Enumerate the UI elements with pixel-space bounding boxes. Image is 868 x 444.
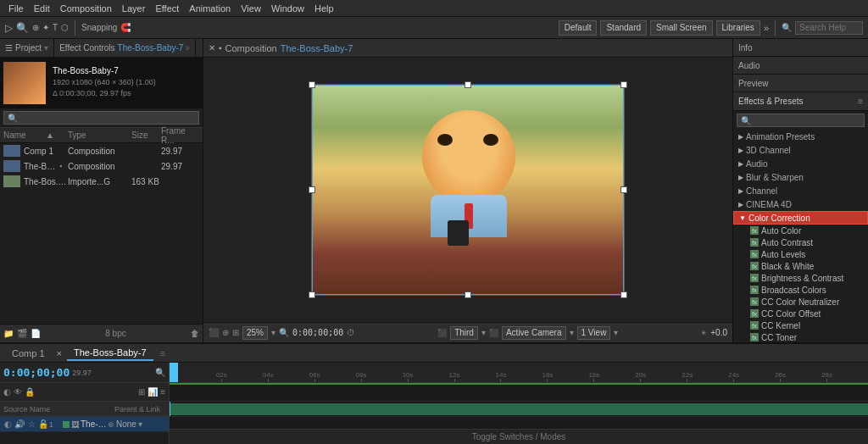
layer-vis-audio[interactable]: 🔊 bbox=[14, 419, 25, 430]
expand-workspaces-icon[interactable]: » bbox=[764, 23, 769, 33]
tl-btn-lock[interactable]: 🔒 bbox=[25, 387, 35, 397]
boss-tab[interactable]: The-Boss-Baby-7 bbox=[67, 346, 153, 361]
composition-viewer[interactable] bbox=[203, 58, 732, 322]
parent-dropdown[interactable]: ▾ bbox=[138, 419, 142, 429]
zoom-dropdown[interactable]: ▾ bbox=[271, 328, 275, 337]
exposure-icon: ☀ bbox=[700, 329, 707, 337]
audio-header[interactable]: Audio bbox=[733, 57, 868, 74]
tl-btn-eye[interactable]: 👁 bbox=[14, 387, 22, 397]
menu-composition[interactable]: Composition bbox=[55, 0, 117, 16]
toggle-switches[interactable]: Toggle Switches / Modes bbox=[170, 429, 868, 444]
playhead-marker[interactable] bbox=[170, 363, 178, 382]
channel-header[interactable]: ▶ Channel bbox=[733, 184, 868, 197]
delete-icon[interactable]: 🗑 bbox=[191, 329, 199, 338]
tl-btn-graph[interactable]: 📊 bbox=[147, 387, 158, 397]
close-icon[interactable]: ✕ bbox=[209, 43, 215, 53]
item-icon-boss7: ▪ bbox=[59, 162, 68, 170]
timecode-icon[interactable]: ⏱ bbox=[347, 328, 355, 337]
handle-top-right[interactable] bbox=[620, 81, 627, 88]
timeline-timecode[interactable]: 0:00;00;00 bbox=[3, 366, 70, 379]
menu-file[interactable]: File bbox=[3, 0, 29, 16]
snapping-icon[interactable]: 🧲 bbox=[120, 23, 131, 32]
effect-cc-kernel[interactable]: fx CC Kernel bbox=[733, 319, 868, 331]
preview-header[interactable]: Preview bbox=[733, 75, 868, 92]
tl-btn-more[interactable]: ≡ bbox=[160, 387, 165, 397]
fx-icon-broadcast: fx bbox=[750, 286, 759, 294]
new-folder-icon[interactable]: 📁 bbox=[3, 329, 14, 338]
menu-edit[interactable]: Edit bbox=[29, 0, 55, 16]
handle-bottom-left[interactable] bbox=[309, 291, 315, 298]
handle-top-left[interactable] bbox=[309, 81, 315, 88]
cinema4d-header[interactable]: ▶ CINEMA 4D bbox=[733, 197, 868, 211]
zoom-select[interactable]: 25% bbox=[242, 326, 268, 340]
toolbar-icon-3: ⊕ bbox=[32, 23, 39, 32]
tl-btn-solo[interactable]: ◐ bbox=[3, 387, 11, 397]
layer-row-1[interactable]: ◐ 🔊 ☆ 🔓 1 🖼 The-Bos...by-7.jpg ⊛ None ▾ bbox=[0, 417, 169, 432]
project-item-comp1[interactable]: Comp 1 Composition 29.97 bbox=[0, 143, 203, 158]
tab-expand: ≡ bbox=[160, 348, 165, 358]
layer-solo[interactable]: ☆ bbox=[25, 419, 37, 430]
menu-view[interactable]: View bbox=[236, 0, 266, 16]
toolbar: ▷ 🔍 ⊕ ✦ T ⬡ Snapping 🧲 Default Standard … bbox=[0, 17, 868, 39]
menu-help[interactable]: Help bbox=[309, 0, 339, 16]
tl-search-icon[interactable]: 🔍 bbox=[155, 368, 165, 377]
color-correction-header[interactable]: ▼ Color Correction bbox=[733, 211, 868, 225]
menu-effect[interactable]: Effect bbox=[150, 0, 184, 16]
menu-animation[interactable]: Animation bbox=[184, 0, 236, 16]
info-header[interactable]: Info bbox=[733, 39, 868, 56]
camera-select[interactable]: Active Camera bbox=[502, 326, 566, 340]
effect-cc-toner[interactable]: fx CC Toner bbox=[733, 331, 868, 342]
handle-mid-right[interactable] bbox=[620, 186, 627, 193]
layer-lock[interactable]: 🔓 bbox=[37, 419, 49, 430]
effect-cc-neutralizer[interactable]: fx CC Color Neutralizer bbox=[733, 296, 868, 308]
workspace-standard[interactable]: Standard bbox=[600, 20, 647, 36]
menu-window[interactable]: Window bbox=[266, 0, 309, 16]
effect-auto-color[interactable]: fx Auto Color bbox=[733, 225, 868, 236]
animation-presets-header[interactable]: ▶ Animation Presets bbox=[733, 130, 868, 143]
effect-auto-contrast[interactable]: fx Auto Contrast bbox=[733, 236, 868, 248]
handle-bottom-right[interactable] bbox=[620, 291, 627, 298]
project-item-boss7[interactable]: The-Bos...by-7 ▪ Composition 29.97 bbox=[0, 158, 203, 174]
effect-cc-offset[interactable]: fx CC Color Offset bbox=[733, 308, 868, 319]
help-search-input[interactable] bbox=[795, 21, 863, 35]
workspace-libraries[interactable]: Libraries bbox=[716, 20, 760, 36]
layer-props-icon[interactable]: ⊛ bbox=[108, 420, 114, 429]
preview-thumbnail bbox=[3, 62, 46, 104]
fx-icon-auto-color: fx bbox=[750, 226, 759, 235]
layer-controls-bar: ◐ 👁 🔒 ⊞ 📊 ≡ bbox=[0, 383, 169, 402]
effect-brightness-contrast[interactable]: fx Brightness & Contrast bbox=[733, 272, 868, 284]
effects-search-input[interactable] bbox=[737, 114, 865, 127]
audio-cat-header[interactable]: ▶ Audio bbox=[733, 157, 868, 170]
third-view-select[interactable]: Third bbox=[450, 326, 478, 340]
track-empty-1 bbox=[170, 383, 868, 402]
layer-vis-eye[interactable]: ◐ bbox=[2, 419, 14, 430]
effect-black-white[interactable]: fx Black & White bbox=[733, 260, 868, 272]
comp-tab-name[interactable]: The-Boss-Baby-7 bbox=[281, 43, 353, 53]
toolbar-icon-2: 🔍 bbox=[16, 22, 29, 34]
timeline-right: 02s04s06s08s10s12s14s16s18s20s22s24s26s2… bbox=[170, 363, 868, 444]
effects-options-icon[interactable]: ≡ bbox=[858, 97, 863, 106]
project-item-jpg[interactable]: The-Bos...7.jpg Importe...G 163 KB bbox=[0, 174, 203, 189]
project-tab[interactable]: ☰ Project ▾ bbox=[0, 39, 54, 57]
handle-bottom-mid[interactable] bbox=[465, 291, 471, 298]
workspace-default[interactable]: Default bbox=[559, 20, 598, 36]
camera-dropdown[interactable]: ▾ bbox=[570, 328, 574, 337]
blur-header[interactable]: ▶ Blur & Sharpen bbox=[733, 170, 868, 184]
handle-mid-left[interactable] bbox=[309, 186, 315, 193]
view-mode-dropdown[interactable]: ▾ bbox=[481, 328, 486, 337]
workspace-small[interactable]: Small Screen bbox=[650, 20, 712, 36]
project-search-input[interactable] bbox=[3, 111, 199, 125]
layer-name-1: The-Bos...by-7.jpg bbox=[81, 419, 108, 429]
comp1-tab[interactable]: Comp 1 bbox=[5, 347, 52, 360]
effects-controls-tab[interactable]: Effect Controls The-Boss-Baby-7 » bbox=[54, 39, 196, 57]
tl-btn-props[interactable]: ⊞ bbox=[138, 387, 145, 397]
views-dropdown[interactable]: ▾ bbox=[614, 328, 618, 337]
new-footage-icon[interactable]: 📄 bbox=[31, 329, 41, 338]
3d-channel-header[interactable]: ▶ 3D Channel bbox=[733, 143, 868, 157]
views-select[interactable]: 1 View bbox=[577, 326, 611, 340]
handle-top-mid[interactable] bbox=[465, 81, 471, 88]
effect-broadcast-colors[interactable]: fx Broadcast Colors bbox=[733, 284, 868, 296]
menu-layer[interactable]: Layer bbox=[117, 0, 151, 16]
new-comp-icon[interactable]: 🎬 bbox=[17, 329, 27, 338]
effect-auto-levels[interactable]: fx Auto Levels bbox=[733, 248, 868, 260]
